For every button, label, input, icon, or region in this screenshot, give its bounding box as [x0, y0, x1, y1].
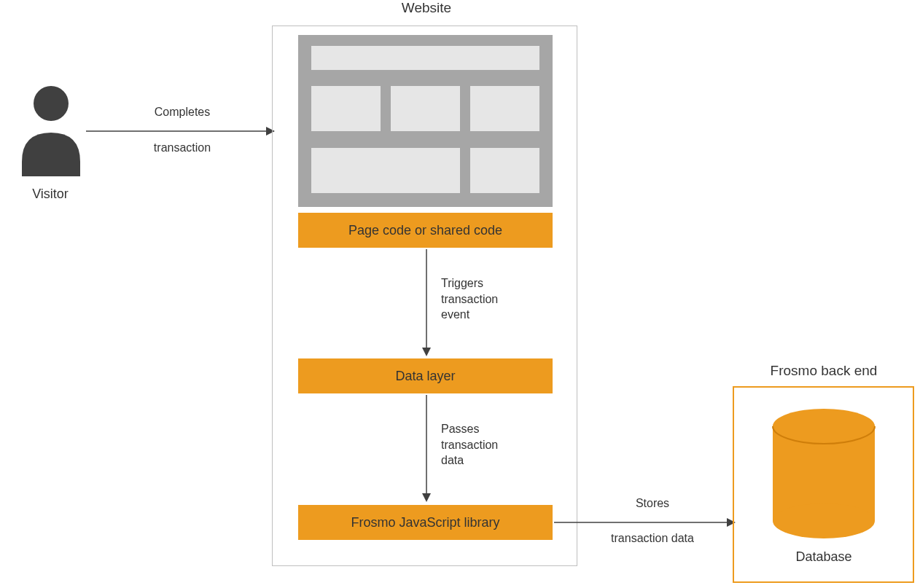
- box-js-library: Frosmo JavaScript library: [298, 505, 553, 540]
- svg-point-11: [773, 503, 875, 538]
- arrow-completes-transaction: [86, 124, 276, 138]
- database-label: Database: [787, 549, 860, 565]
- arrow-label-completes: Completes: [142, 104, 222, 120]
- visitor-label: Visitor: [17, 187, 83, 202]
- arrow-label-triggers: Triggers transaction event: [441, 275, 529, 323]
- svg-marker-4: [422, 348, 431, 356]
- arrow-passes: [419, 395, 434, 503]
- database-icon: [769, 404, 878, 543]
- page-wireframe: [298, 35, 553, 207]
- arrow-label-completes-2: transaction: [142, 140, 222, 156]
- arrow-triggers: [419, 249, 434, 357]
- website-title: Website: [383, 0, 470, 16]
- backend-title: Frosmo back end: [751, 363, 897, 379]
- box-data-layer: Data layer: [298, 358, 553, 393]
- svg-marker-6: [422, 493, 431, 502]
- visitor-icon: [22, 82, 80, 179]
- arrow-label-stores: Stores: [605, 495, 700, 511]
- arrow-label-stores-2: transaction data: [598, 530, 707, 546]
- box-page-code: Page code or shared code: [298, 213, 553, 248]
- arrow-label-passes: Passes transaction data: [441, 421, 529, 469]
- svg-point-0: [34, 86, 69, 121]
